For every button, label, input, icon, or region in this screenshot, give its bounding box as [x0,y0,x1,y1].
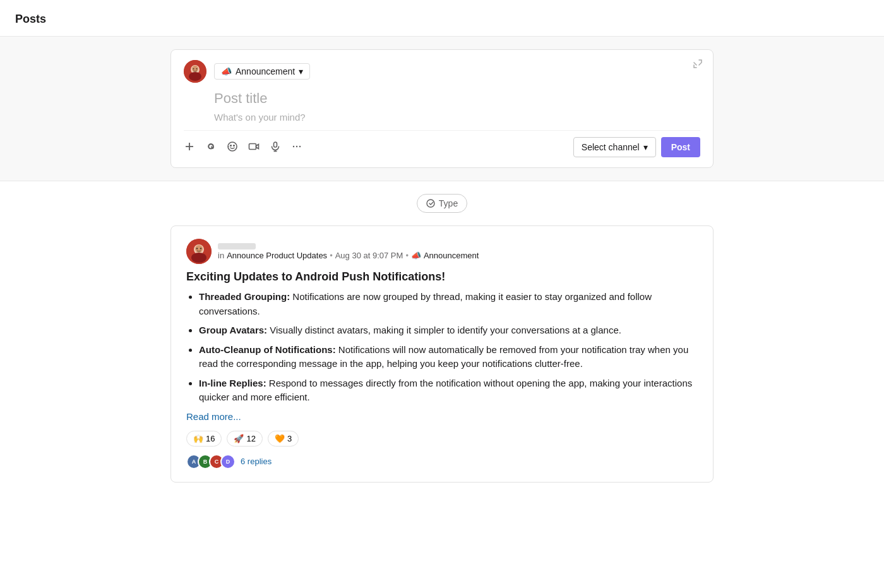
post-type-button[interactable]: 📣 Announcement ▾ [214,63,310,80]
post-badge: 📣 Announcement [411,251,479,260]
reaction-count-0: 16 [206,434,215,443]
separator2: • [405,251,409,260]
post-title: Exciting Updates to Android Push Notific… [186,270,698,284]
post-bullet-list: Threaded Grouping: Notifications are now… [186,290,698,405]
in-label: in [218,251,224,260]
svg-point-25 [200,248,201,249]
bullet-bold-3: In-line Replies: [199,378,266,388]
post-title-placeholder[interactable]: Post title [214,90,700,107]
reaction-1[interactable]: 🚀 12 [227,431,262,447]
page-title: Posts [0,0,884,37]
post-author-name [218,243,256,249]
mention-icon[interactable] [205,141,217,154]
chevron-down-icon: ▾ [299,66,303,76]
reaction-0[interactable]: 🙌 16 [186,431,222,447]
more-icon[interactable] [291,141,302,154]
posts-list: in Announce Product Updates • Aug 30 at … [0,225,884,518]
post-channel-info: in Announce Product Updates • Aug 30 at … [218,251,479,260]
microphone-icon[interactable] [270,141,281,154]
badge-label: Announcement [424,251,479,260]
post-type-emoji: 📣 [221,66,232,76]
reaction-count-2: 3 [287,434,292,443]
reaction-count-1: 12 [246,434,255,443]
svg-rect-13 [249,143,256,149]
post-type-label: Announcement [236,66,295,76]
add-icon[interactable] [184,141,195,154]
compose-body[interactable]: Post title What's on your mind? [184,90,700,123]
svg-rect-14 [274,142,277,147]
type-filter-button[interactable]: Type [417,194,467,213]
bullet-text-1: Visually distinct avatars, making it sim… [267,325,621,335]
post-content: Exciting Updates to Android Push Notific… [186,270,698,431]
post-meta: in Announce Product Updates • Aug 30 at … [186,239,698,264]
toolbar-icons [184,141,302,154]
post-card: in Announce Product Updates • Aug 30 at … [170,225,714,483]
post-body-placeholder[interactable]: What's on your mind? [214,112,700,123]
separator: • [330,251,333,260]
bullet-bold-2: Auto-Cleanup of Notifications: [199,344,336,355]
select-channel-label: Select channel [582,142,640,152]
svg-point-9 [228,142,237,151]
bullet-bold-0: Threaded Grouping: [199,291,290,302]
list-item: Threaded Grouping: Notifications are now… [199,290,698,318]
replies-row: A B C D 6 replies [186,454,698,469]
compose-card: 📣 Announcement ▾ Post title What's on yo… [170,49,714,168]
reaction-emoji-1: 🚀 [234,434,244,443]
svg-point-20 [427,200,434,207]
post-button[interactable]: Post [661,137,700,157]
compose-header: 📣 Announcement ▾ [184,60,700,83]
chevron-down-icon: ▾ [643,142,648,152]
svg-point-4 [196,68,198,69]
svg-point-26 [191,253,206,263]
filter-bar: Type [0,181,884,225]
bullet-text-3: Respond to messages directly from the no… [199,378,692,403]
emoji-icon[interactable] [227,141,238,154]
user-avatar [184,60,206,83]
replies-count[interactable]: 6 replies [241,457,272,466]
footer-right: Select channel ▾ Post [573,137,700,157]
list-item: In-line Replies: Respond to messages dir… [199,376,698,405]
post-channel-link[interactable]: Announce Product Updates [227,251,327,260]
post-author-avatar [186,239,212,264]
svg-point-24 [196,248,198,249]
list-item: Group Avatars: Visually distinct avatars… [199,323,698,338]
reactions-row: 🙌 16 🚀 12 🧡 3 [186,431,698,447]
svg-point-3 [193,68,194,69]
select-channel-button[interactable]: Select channel ▾ [573,137,656,157]
svg-point-18 [296,145,297,147]
svg-point-19 [299,145,301,147]
svg-point-11 [234,145,235,146]
reply-avatars: A B C D [186,454,236,469]
badge-emoji: 📣 [411,251,421,260]
bullet-bold-1: Group Avatars: [199,325,267,335]
reaction-emoji-0: 🙌 [193,434,203,443]
svg-point-5 [189,72,201,81]
reaction-2[interactable]: 🧡 3 [268,431,299,447]
read-more-link[interactable]: Read more... [186,411,241,422]
compose-footer: Select channel ▾ Post [184,130,700,157]
list-item: Auto-Cleanup of Notifications: Notificat… [199,343,698,371]
expand-button[interactable] [693,59,703,71]
svg-point-10 [230,145,232,146]
reply-avatar-3: D [220,454,236,469]
post-timestamp: Aug 30 at 9:07 PM [335,251,403,260]
reaction-emoji-2: 🧡 [275,434,285,443]
post-meta-info: in Announce Product Updates • Aug 30 at … [218,243,479,260]
type-filter-label: Type [439,198,458,208]
video-icon[interactable] [248,141,260,154]
compose-area: 📣 Announcement ▾ Post title What's on yo… [0,37,884,181]
svg-point-17 [293,145,294,147]
